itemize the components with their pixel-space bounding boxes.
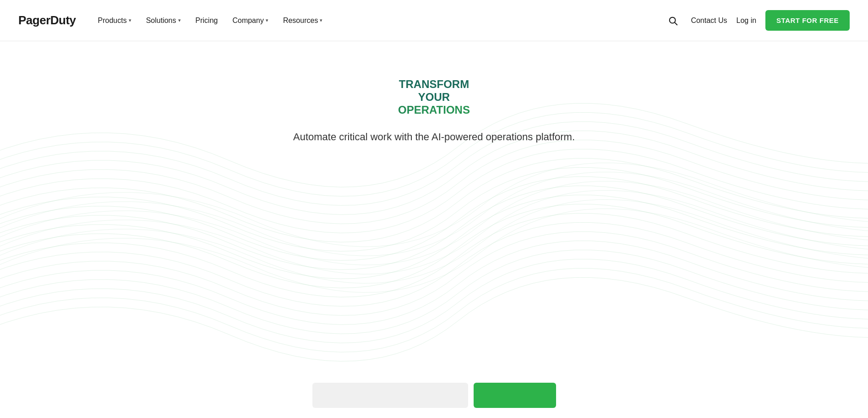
nav-company[interactable]: Company ▾ [227,13,273,28]
hero-headline-line1: TRANSFORM [228,78,640,91]
logo[interactable]: PagerDuty [18,13,76,28]
hero-content: TRANSFORM YOUR OPERATIONS Automate criti… [228,78,640,143]
chevron-down-icon: ▾ [320,17,322,23]
contact-us-link[interactable]: Contact Us [691,16,727,25]
search-button[interactable] [664,12,682,29]
nav-solutions-label: Solutions [146,16,176,25]
chevron-down-icon: ▾ [178,17,181,23]
bottom-bar-placeholder [312,383,468,408]
bottom-bar [312,383,556,417]
hero-headline-line3: OPERATIONS [228,104,640,116]
nav-pricing-label: Pricing [196,16,218,25]
nav-resources-label: Resources [283,16,318,25]
nav-links: Products ▾ Solutions ▾ Pricing Company ▾… [93,13,328,28]
chevron-down-icon: ▾ [266,17,268,23]
nav-left: PagerDuty Products ▾ Solutions ▾ Pricing… [18,13,328,28]
hero-headline: TRANSFORM YOUR OPERATIONS [228,78,640,116]
hero-subtitle: Automate critical work with the AI-power… [228,131,640,143]
nav-pricing[interactable]: Pricing [190,13,224,28]
nav-right: Contact Us Log in START FOR FREE [664,10,850,31]
nav-company-label: Company [232,16,263,25]
hero-section: TRANSFORM YOUR OPERATIONS Automate criti… [0,41,868,417]
login-link[interactable]: Log in [737,16,757,25]
svg-line-1 [675,22,677,25]
main-nav: PagerDuty Products ▾ Solutions ▾ Pricing… [0,0,868,41]
nav-products[interactable]: Products ▾ [93,13,137,28]
search-icon [668,16,678,26]
hero-headline-line2: YOUR [228,91,640,104]
nav-products-label: Products [98,16,127,25]
start-for-free-button[interactable]: START FOR FREE [765,10,850,31]
nav-resources[interactable]: Resources ▾ [278,13,328,28]
bottom-bar-cta[interactable] [474,383,556,408]
chevron-down-icon: ▾ [129,17,131,23]
nav-solutions[interactable]: Solutions ▾ [141,13,186,28]
